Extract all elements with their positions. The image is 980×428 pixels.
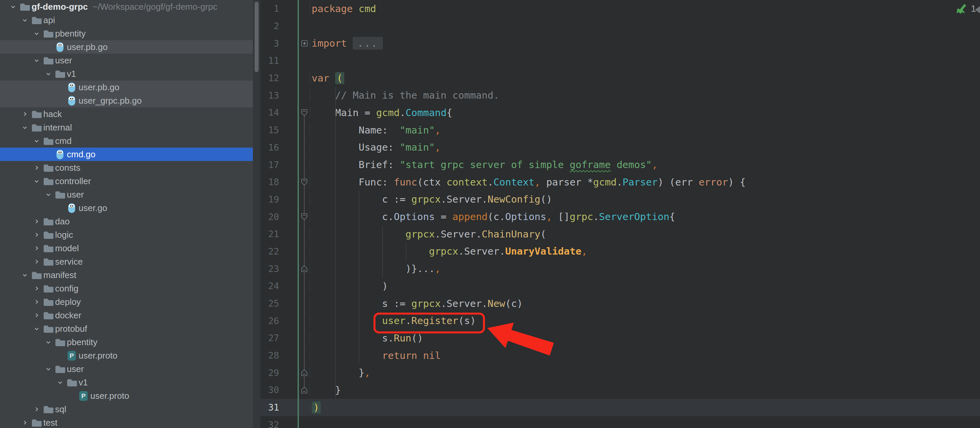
fold-up-icon[interactable] [299,369,310,377]
fold-plus-icon[interactable] [299,40,310,47]
tree-item-logic[interactable]: logic [0,228,253,241]
chevron-down-icon[interactable] [19,268,30,282]
tree-item-v1[interactable]: v1 [0,67,253,81]
tree-item-docker[interactable]: docker [0,309,253,322]
tree-item-deploy[interactable]: deploy [0,295,253,309]
line-number[interactable]: 26 [260,315,279,326]
chevron-right-icon[interactable] [31,161,42,174]
tree-item-controller[interactable]: controller [0,174,253,188]
chevron-down-icon[interactable] [43,335,54,349]
chevron-down-icon[interactable] [7,0,19,13]
tree-item-protobuf[interactable]: protobuf [0,322,253,335]
tree-item-user[interactable]: user [0,54,253,67]
tree-item-pbentity[interactable]: pbentity [0,27,253,40]
project-tree-scrollbar-thumb[interactable] [255,2,259,72]
tree-item-cmd[interactable]: cmd [0,134,253,147]
fold-down-icon[interactable] [299,178,310,186]
tree-item-gf-demo-grpc[interactable]: gf-demo-grpc~/Workspace/gogf/gf-demo-grp… [0,0,253,13]
line-number[interactable]: 11 [260,55,279,66]
fold-up-icon[interactable] [299,265,310,273]
fold-down-icon[interactable] [299,212,310,221]
widget-edge-chevron-icon[interactable] [975,5,980,14]
tree-item-user.proto[interactable]: Puser.proto [0,389,253,403]
line-number[interactable]: 19 [260,194,279,204]
chevron-right-icon[interactable] [31,295,42,309]
chevron-down-icon[interactable] [54,376,65,389]
chevron-down-icon[interactable] [31,54,42,67]
line-number[interactable]: 20 [260,212,279,222]
chevron-down-icon[interactable] [31,322,42,335]
tree-item-consts[interactable]: consts [0,161,253,174]
tree-item-test[interactable]: test [0,416,253,428]
chevron-down-icon[interactable] [19,13,30,27]
tree-item-pbentity[interactable]: pbentity [0,335,253,349]
chevron-down-icon[interactable] [43,362,54,376]
chevron-down-icon[interactable] [31,27,42,40]
tree-item-config[interactable]: config [0,282,253,295]
tree-item-manifest[interactable]: manifest [0,268,253,282]
chevron-right-icon[interactable] [31,241,42,255]
tree-item-service[interactable]: service [0,255,253,268]
line-number[interactable]: 24 [260,281,279,291]
tree-indent [0,369,43,369]
line-number[interactable]: 31 [260,402,279,412]
tree-item-user.pb.go[interactable]: user.pb.go [0,81,253,94]
line-number[interactable]: 29 [260,368,279,378]
token-pl [312,350,382,361]
vcs-added-stripe [298,156,299,173]
inspections-widget[interactable]: 1 [955,2,976,16]
line-number[interactable]: 15 [260,125,279,135]
line-number[interactable]: 14 [260,107,279,118]
vcs-added-stripe [298,17,299,35]
line-number[interactable]: 1 [260,3,279,14]
chevron-down-icon[interactable] [31,134,42,147]
fold-up-icon[interactable] [299,386,310,394]
tree-item-user.go[interactable]: user.go [0,201,253,215]
tree-item-user[interactable]: user [0,362,253,376]
chevron-right-icon[interactable] [31,215,42,228]
line-number[interactable]: 3 [260,38,279,49]
chevron-right-icon[interactable] [31,403,42,416]
chevron-right-icon[interactable] [19,416,30,428]
line-number[interactable]: 13 [260,90,279,101]
line-number[interactable]: 28 [260,350,279,361]
chevron-down-icon[interactable] [31,174,42,188]
line-number[interactable]: 27 [260,333,279,343]
code-editor[interactable]: 1package cmd23import ...1112var (13 // M… [260,0,980,428]
line-number[interactable]: 22 [260,246,279,257]
chevron-right-icon[interactable] [19,107,30,121]
chevron-right-icon[interactable] [31,282,42,295]
line-number[interactable]: 30 [260,385,279,395]
line-number[interactable]: 18 [260,177,279,187]
chevron-right-icon[interactable] [31,228,42,241]
chevron-right-icon[interactable] [31,309,42,322]
line-number[interactable]: 2 [260,21,279,31]
chevron-down-icon[interactable] [43,67,54,81]
tree-item-dao[interactable]: dao [0,215,253,228]
line-number[interactable]: 12 [260,73,279,83]
line-number[interactable]: 17 [260,160,279,170]
chevron-down-icon[interactable] [19,121,30,134]
tree-item-hack[interactable]: hack [0,107,253,121]
tree-item-user_grpc.pb.go[interactable]: user_grpc.pb.go [0,94,253,107]
tree-item-user[interactable]: user [0,188,253,201]
tree-item-user.pb.go[interactable]: user.pb.go [0,40,253,54]
line-number[interactable]: 23 [260,264,279,274]
tree-item-v1[interactable]: v1 [0,376,253,389]
line-number[interactable]: 21 [260,229,279,239]
chevron-down-icon[interactable] [43,188,54,201]
tree-item-api[interactable]: api [0,13,253,27]
line-number[interactable]: 32 [260,420,279,428]
line-number[interactable]: 16 [260,142,279,153]
fold-down-icon[interactable] [299,109,310,117]
chevron-right-icon[interactable] [31,255,42,268]
tree-item-user.proto[interactable]: Puser.proto [0,349,253,362]
token-pl [353,3,358,14]
tree-item-internal[interactable]: internal [0,121,253,134]
tree-item-model[interactable]: model [0,241,253,255]
token-pl: (c. [488,211,505,222]
tree-item-sql[interactable]: sql [0,403,253,416]
line-number[interactable]: 25 [260,298,279,309]
project-tree-scrollbar-track[interactable] [253,0,260,428]
tree-item-cmd.go[interactable]: cmd.go [0,147,253,161]
